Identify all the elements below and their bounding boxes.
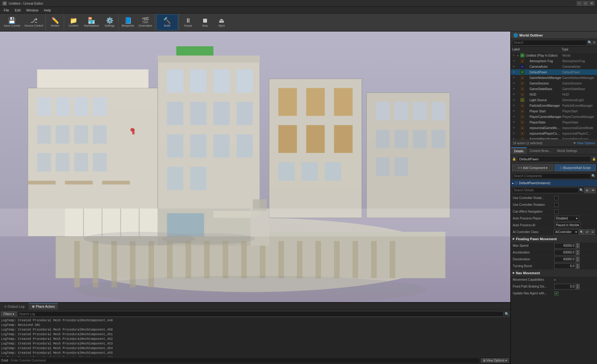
actor-name-input[interactable] [517, 156, 591, 162]
outliner-item[interactable]: 👁CCameraActorCameraActor [511, 64, 597, 69]
source-control-button[interactable]: ⎇ Source Control [23, 14, 45, 30]
outliner-item[interactable]: 👁•PlayerCameraManagerPlayerCameraManager [511, 114, 597, 119]
ai-controller-clear-button[interactable]: ✕ [590, 229, 595, 235]
filters-button[interactable]: Filters ▾ [1, 312, 16, 316]
visibility-icon[interactable]: 👁 [512, 126, 516, 130]
log-search-input[interactable] [18, 311, 503, 317]
deceleration-up-button[interactable]: ▴ [576, 257, 580, 259]
turning-boost-up-button[interactable]: ▴ [576, 263, 580, 266]
visibility-icon[interactable]: 👁 [512, 59, 516, 63]
deceleration-down-button[interactable]: ▾ [576, 259, 580, 262]
visibility-icon[interactable]: 👁 [512, 109, 516, 113]
view-options-button[interactable]: ⊞ View Options ▾ [481, 358, 509, 363]
blueprint-icon: ⬡ [560, 166, 563, 170]
details-view-eye-button[interactable]: 👁 [590, 188, 596, 193]
add-component-button[interactable]: + + Add Component ▾ [512, 164, 553, 171]
outliner-item[interactable]: 👁•GameSessionGameSession [511, 80, 597, 86]
details-view-grid-button[interactable]: ⊞ [584, 188, 590, 193]
fixed-path-braking-input[interactable] [554, 284, 576, 289]
outliner-item[interactable]: 👁•repounrealPlayerControllerrepounrealPl… [511, 131, 597, 136]
outliner-item[interactable]: 👁LLight SourceDirectionalLight [511, 97, 597, 103]
turning-boost-input[interactable] [554, 263, 576, 269]
cinematics-button[interactable]: 🎬 Cinematics [137, 14, 154, 30]
use-controller-rotation-checkbox[interactable] [554, 196, 559, 200]
marketplace-button[interactable]: 🏪 Marketplace [82, 14, 101, 30]
visibility-icon[interactable]: 👁 [512, 81, 516, 85]
visibility-icon[interactable]: 👁 [512, 92, 516, 97]
floating-pawn-movement-section[interactable]: ▸ Floating Pawn Movement [511, 236, 597, 242]
turning-boost-down-button[interactable]: ▾ [576, 266, 580, 269]
update-nav-agent-checkbox[interactable]: ✓ [554, 291, 559, 296]
visibility-icon[interactable]: 👁 [512, 137, 516, 139]
pause-button[interactable]: ⏸ Pause [180, 14, 196, 30]
ai-controller-reset-button[interactable]: ↺ [585, 229, 590, 235]
settings-button[interactable]: ⚙️ Settings [102, 14, 118, 30]
fixed-path-down-button[interactable]: ▾ [576, 287, 580, 289]
tab-details[interactable]: Details [511, 147, 527, 154]
nav-movement-section[interactable]: ▸ Nav Movement [511, 270, 597, 276]
maximize-button[interactable]: □ [583, 1, 588, 6]
visibility-icon[interactable]: 👁 [512, 64, 516, 69]
visibility-icon[interactable]: 👁 [512, 87, 516, 91]
build-button[interactable]: 🔨 Build [156, 14, 178, 30]
visibility-icon[interactable]: 👁 [512, 70, 516, 74]
acceleration-up-button[interactable]: ▴ [576, 250, 580, 253]
max-speed-up-button[interactable]: ▴ [576, 243, 580, 246]
console-input[interactable] [9, 358, 479, 363]
can-affect-navigation-checkbox[interactable] [554, 210, 559, 214]
visibility-icon[interactable]: 👁 [512, 120, 516, 124]
modes-button[interactable]: ✏️ Modes [47, 14, 63, 30]
ai-controller-class-dropdown[interactable]: AIController ▾ [554, 229, 578, 235]
outliner-item[interactable]: 👁•GameStateBaseGameStateBase [511, 86, 597, 92]
outliner-item[interactable]: 👁•PlayerStatePlayerState [511, 119, 597, 125]
tab-world-settings[interactable]: World Settings [554, 147, 580, 154]
visibility-icon[interactable]: 👁 [512, 53, 516, 58]
outliner-item[interactable]: 👁▸WUntitled (Play In Editor)World [511, 53, 597, 58]
visibility-icon[interactable]: 👁 [512, 131, 516, 136]
view-options-label[interactable]: View Options [577, 141, 595, 145]
content-button[interactable]: 📁 Content [65, 14, 81, 30]
menu-window[interactable]: Window [24, 8, 41, 13]
blueprint-script-button[interactable]: ⬡ Blueprint/Add Script [555, 164, 596, 171]
tab-place-actors[interactable]: ⊕ Place Actors [29, 303, 58, 310]
acceleration-input[interactable] [554, 250, 576, 255]
close-button[interactable]: ✕ [589, 1, 595, 6]
visibility-icon[interactable]: 👁 [512, 115, 516, 119]
eject-button[interactable]: ⏏ Eject [214, 14, 230, 30]
outliner-options-icon[interactable]: ⚙ [593, 41, 596, 45]
outliner-search-input[interactable] [512, 40, 587, 46]
outliner-item[interactable]: 👁•repounrealGameModeBaserepounrealGameMo… [511, 125, 597, 131]
visibility-icon[interactable]: 👁 [512, 76, 516, 80]
outliner-item[interactable]: 👁•GameNetworkManagerGameNetworkManager [511, 75, 597, 80]
save-current-button[interactable]: 💾 Save Current [2, 14, 22, 30]
max-speed-down-button[interactable]: ▾ [576, 246, 580, 249]
stop-button[interactable]: ⏹ Stop [197, 14, 213, 30]
visibility-icon[interactable]: 👁 [512, 98, 516, 102]
deceleration-input[interactable] [554, 257, 576, 262]
ai-controller-search-button[interactable]: 🔍 [579, 229, 584, 235]
outliner-item[interactable]: 👁PDefaultPawnDefaultPawn [511, 69, 597, 75]
component-item-defaultpawn[interactable]: ▸ ⬡ DefaultPawn(Instance) [511, 180, 597, 187]
auto-possess-player-dropdown[interactable]: Disabled ▾ [554, 216, 579, 221]
details-search-input[interactable] [512, 188, 579, 193]
max-speed-input[interactable] [554, 243, 576, 249]
tab-content-browser[interactable]: Content Brow... [527, 147, 554, 154]
minimize-button[interactable]: ─ [577, 1, 582, 6]
search-components-input[interactable] [512, 173, 591, 179]
menu-help[interactable]: Help [41, 8, 54, 13]
menu-file[interactable]: File [1, 8, 12, 13]
outliner-item[interactable]: 👁•Player StartPlayerStart [511, 108, 597, 114]
outliner-item[interactable]: 👁•SampleRepoSupermeshActorSampleRepoSupe… [511, 136, 597, 139]
use-controller-rotation2-checkbox[interactable] [554, 203, 559, 207]
menu-edit[interactable]: Edit [12, 8, 23, 13]
auto-possess-ai-dropdown[interactable]: Placed in World ▾ [554, 223, 581, 228]
fixed-path-up-button[interactable]: ▴ [576, 284, 580, 287]
blueprints-button[interactable]: 📘 Blueprints [120, 14, 136, 30]
outliner-item[interactable]: 👁•HUDHUD [511, 92, 597, 97]
acceleration-down-button[interactable]: ▾ [576, 253, 580, 255]
tab-output-log[interactable]: ≡ Output Log [1, 303, 28, 310]
outliner-item[interactable]: 👁•Atmospheric FogAtmosphericFog [511, 58, 597, 64]
viewport[interactable] [0, 32, 510, 302]
outliner-item[interactable]: 👁•ParticleEventManagerParticleEventManag… [511, 103, 597, 108]
visibility-icon[interactable]: 👁 [512, 103, 516, 108]
